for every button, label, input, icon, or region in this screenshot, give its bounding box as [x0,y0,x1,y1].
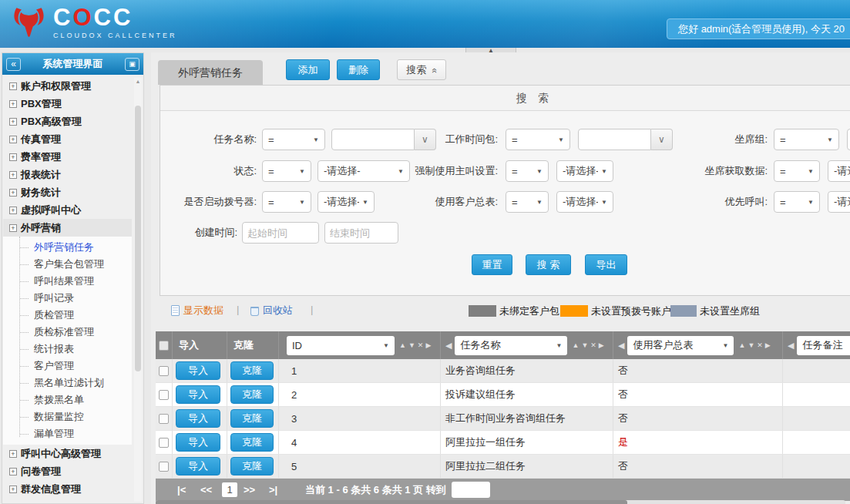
id-column-select[interactable]: ID▼ [287,336,395,355]
sidebar-subitem-qc-standard[interactable]: 质检标准管理 [3,324,132,341]
row-checkbox[interactable] [159,366,169,376]
sidebar-item-questionnaire[interactable]: +问卷管理 [3,462,132,480]
work-time-operator-select[interactable]: =▼ [506,129,570,150]
clone-button[interactable]: 克隆 [230,361,274,380]
sidebar-subitem-no-dial-blacklist[interactable]: 禁拨黑名单 [3,391,132,408]
expand-icon[interactable]: + [9,153,17,161]
tab-outbound-task[interactable]: 外呼营销任务 [158,60,263,85]
sort-asc-icon[interactable]: ▲ [572,341,579,349]
sidebar-item-account[interactable]: +账户和权限管理 [3,77,132,95]
remove-column-icon[interactable]: ✕ [757,341,763,349]
sidebar-subitem-customer-package[interactable]: 客户集合包管理 [3,256,132,273]
status-operator-select[interactable]: =▼ [262,160,311,182]
task-name-operator-select[interactable]: =▼ [262,129,325,150]
row-checkbox[interactable] [159,438,169,448]
sidebar-subitem-stats-report[interactable]: 统计报表 [3,341,132,358]
expand-icon[interactable]: + [9,118,17,126]
agent-data-operator-select[interactable]: =▼ [774,160,820,182]
import-button[interactable]: 导入 [176,433,220,452]
sidebar-subitem-call-record[interactable]: 呼叫记录 [3,290,132,307]
sidebar-item-finance[interactable]: +财务统计 [3,183,132,201]
clone-button[interactable]: 克隆 [230,457,274,475]
import-button[interactable]: 导入 [176,457,220,475]
sidebar-item-virtual-callcenter[interactable]: +虚拟呼叫中心 [3,201,132,219]
sort-asc-icon[interactable]: ▲ [738,341,745,349]
horizontal-scrollbar-thumb[interactable] [156,500,627,504]
sidebar-item-fax[interactable]: +传真管理 [3,130,132,148]
expand-icon[interactable]: + [9,468,17,475]
sidebar-subitem-missed-order[interactable]: 漏单管理 [3,425,132,442]
move-left-icon[interactable]: ◀ [445,341,452,351]
agent-group-operator-select[interactable]: =▼ [774,129,839,150]
sidebar-subitem-qc[interactable]: 质检管理 [3,307,132,324]
goto-page-input[interactable] [452,482,490,498]
clone-button[interactable]: 克隆 [230,433,274,452]
expand-icon[interactable]: + [9,171,17,179]
delete-button[interactable]: 删除 [337,59,380,80]
sidebar-item-callcenter-advanced[interactable]: +呼叫中心高级管理 [3,445,132,462]
expand-icon[interactable]: + [9,189,17,197]
remark-column-select[interactable]: 任务备注▼ [797,336,850,355]
expand-icon[interactable]: + [9,450,17,458]
last-page-button[interactable]: >| [269,479,277,501]
sidebar-item-rate[interactable]: +费率管理 [3,148,132,166]
priority-value-select[interactable]: -请选择-▼ [828,191,850,213]
sidebar-item-report[interactable]: +报表统计 [3,166,132,183]
sidebar-scrollbar-thumb[interactable] [135,106,141,371]
reset-button[interactable]: 重置 [472,254,512,275]
select-all-checkbox[interactable] [159,341,169,351]
expand-icon[interactable]: + [9,207,17,214]
move-right-icon[interactable]: ▶ [425,341,431,349]
sidebar-scrollbar[interactable]: ▲ [134,78,142,502]
force-caller-value-select[interactable]: -请选择-▼ [556,160,613,182]
sidebar-subitem-data-monitor[interactable]: 数据量监控 [3,408,132,425]
sidebar-item-pbx-advanced[interactable]: +PBX高级管理 [3,113,132,130]
horizontal-scrollbar[interactable] [156,500,845,504]
clone-button[interactable]: 克隆 [230,385,274,404]
import-button[interactable]: 导入 [176,385,220,404]
first-page-button[interactable]: |< [177,479,186,501]
add-button[interactable]: 添加 [286,59,330,80]
end-time-input[interactable] [324,222,398,244]
prev-page-button[interactable]: << [200,479,212,501]
customer-table-column-select[interactable]: 使用客户总表▼ [627,336,734,355]
move-left-icon[interactable]: ◀ [618,341,624,351]
sort-desc-icon[interactable]: ▼ [581,341,588,349]
sidebar-subitem-customer[interactable]: 客户管理 [3,358,132,375]
recycle-bin-link[interactable]: 回收站 [250,304,293,318]
name-column-select[interactable]: 任务名称▼ [455,336,567,355]
customer-table-value-select[interactable]: -请选择-▼ [556,191,613,213]
agent-group-input[interactable] [847,129,850,150]
sort-asc-icon[interactable]: ▲ [399,341,406,349]
sort-desc-icon[interactable]: ▼ [408,341,415,349]
export-button[interactable]: 导出 [585,254,627,275]
move-left-icon[interactable]: ◀ [788,341,794,351]
sidebar-subitem-blacklist-filter[interactable]: 黑名单过滤计划 [3,375,132,391]
sidebar-item-pbx[interactable]: +PBX管理 [3,95,132,113]
sort-desc-icon[interactable]: ▼ [748,341,754,349]
sidebar-collapse-icon[interactable]: « [6,58,21,71]
expand-icon[interactable]: + [9,486,17,493]
move-right-icon[interactable]: ▶ [765,341,771,349]
move-right-icon[interactable]: ▶ [599,341,604,349]
import-button[interactable]: 导入 [176,409,220,428]
agent-data-value-select[interactable]: -请选择-▼ [828,160,850,182]
priority-operator-select[interactable]: =▼ [774,191,820,213]
expand-icon[interactable]: + [9,100,17,108]
scroll-up-icon[interactable]: ▲ [134,78,142,86]
search-toggle-button[interactable]: 搜索« [397,59,446,80]
import-button[interactable]: 导入 [176,361,220,380]
sidebar-subitem-outbound-task[interactable]: 外呼营销任务 [3,239,132,256]
remove-column-icon[interactable]: ✕ [590,341,596,349]
sidebar-item-outbound-marketing[interactable]: +外呼营销 [3,219,132,237]
expand-icon[interactable]: + [9,82,17,90]
search-button[interactable]: 搜 索 [526,254,571,275]
dialer-operator-select[interactable]: =▼ [262,191,311,213]
show-data-link[interactable]: 显示数据 [171,304,223,318]
sidebar-item-mass-message[interactable]: +群发信息管理 [3,480,132,498]
sidebar-pin-icon[interactable]: ▣ [125,58,139,71]
sidebar-subitem-call-result[interactable]: 呼叫结果管理 [3,273,132,290]
start-time-input[interactable] [242,222,319,244]
row-checkbox[interactable] [159,414,169,424]
next-page-button[interactable]: >> [244,479,255,501]
